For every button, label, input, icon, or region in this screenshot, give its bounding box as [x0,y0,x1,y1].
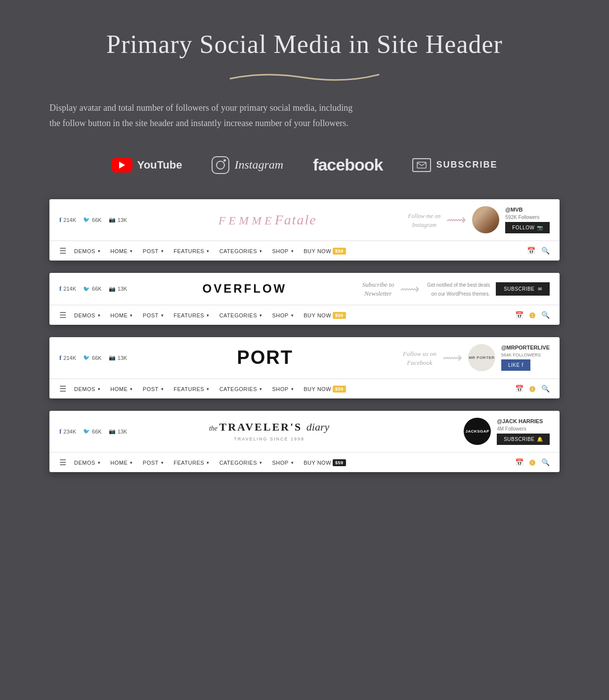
hamburger-icon-port[interactable]: ☰ [59,384,66,394]
page-title: Primary Social Media in Site Header [49,30,560,59]
facebook-label: facebook [313,155,383,175]
nav-features-femme[interactable]: FEATURES [174,248,209,254]
avatar-port: MR PORTER [468,344,495,371]
nav-home-femme[interactable]: HOME [110,248,133,254]
nav-shop-travelers[interactable]: SHOP [272,460,294,466]
social-counts-travelers: f 234K 🐦 66K 📷 13K [59,428,127,436]
nav-post-port[interactable]: POST [143,386,164,392]
demo-femme-fatale: f 214K 🐦 66K 📷 13K FEMMEFatale [49,199,560,261]
instagram-tab[interactable]: Instagram [212,156,283,174]
header-top-overflow: f 214K 🐦 66K 📷 13K OVERFLOW [49,273,560,305]
nav-bar-travelers: ☰ DEMOS HOME POST FEATURES CATEGORIES SH… [49,452,560,472]
logo-port: PORT [127,347,403,368]
nav-demos-travelers[interactable]: DEMOS [74,460,100,466]
calendar-icon-port[interactable]: 📅 [515,385,523,393]
nav-items-femme: DEMOS HOME POST FEATURES CATEGORIES SHOP… [74,248,527,255]
nav-buynow-overflow[interactable]: BUY NOW $59 [304,312,346,319]
logo-travelers: the TRAVELER'S diary TRAVELING SINCE 199… [127,421,411,442]
search-icon-femme[interactable]: 🔍 [541,247,550,255]
nav-items-overflow: DEMOS HOME POST FEATURES CATEGORIES SHOP… [74,312,515,319]
nav-demos-overflow[interactable]: DEMOS [74,312,100,318]
header-top-travelers: f 234K 🐦 66K 📷 13K the TRAVELER'S diary [49,411,560,452]
calendar-icon-overflow[interactable]: 📅 [515,311,523,319]
nav-right-icons-femme: 📅 🔍 [527,247,550,255]
nav-items-port: DEMOS HOME POST FEATURES CATEGORIES SHOP… [74,386,515,393]
nav-home-travelers[interactable]: HOME [110,460,133,466]
demo-travelers: f 234K 🐦 66K 📷 13K the TRAVELER'S diary [49,411,560,472]
nav-demos-femme[interactable]: DEMOS [74,248,100,254]
ig-count-port: 📷 13K [109,354,128,361]
nav-features-port[interactable]: FEATURES [174,386,209,392]
instagram-label: Instagram [234,158,283,172]
nav-features-travelers[interactable]: FEATURES [174,460,209,466]
nav-bar-femme: ☰ DEMOS HOME POST FEATURES CATEGORIES SH… [49,241,560,261]
avatar-travelers: JACKSGAP [464,418,491,445]
hamburger-icon-overflow[interactable]: ☰ [59,310,66,320]
ig-count-travelers: 📷 13K [109,428,128,435]
nav-categories-overflow[interactable]: CATEGORIES [219,312,262,318]
logo-overflow: OVERFLOW [127,282,362,296]
nav-features-overflow[interactable]: FEATURES [174,312,209,318]
fb-count-travelers: f 234K [59,428,76,436]
nav-right-icons-port: 📅 1 🔍 [515,385,550,393]
follow-button-femme[interactable]: FOLLOW 📷 [505,222,550,233]
header-top-port: f 214K 🐦 66K 📷 13K PORT [49,337,560,379]
notification-badge-port: 1 [529,386,536,392]
like-button-port[interactable]: LIKE f [501,359,530,371]
fb-count-overflow: f 214K [59,285,76,293]
calendar-icon-femme[interactable]: 📅 [527,247,535,255]
nav-post-femme[interactable]: POST [143,248,164,254]
nav-shop-overflow[interactable]: SHOP [272,312,294,318]
arrow-icon-overflow: ⟿ [400,281,420,297]
nav-categories-travelers[interactable]: CATEGORIES [219,460,262,466]
tw-count-travelers: 🐦 66K [83,428,102,435]
search-icon-travelers[interactable]: 🔍 [541,458,550,467]
calendar-icon-travelers[interactable]: 📅 [515,458,523,467]
notification-badge-travelers: 1 [529,460,536,466]
nav-right-icons-travelers: 📅 1 🔍 [515,458,550,467]
nav-buynow-travelers[interactable]: BUY NOW $59 [304,459,346,466]
follow-block-travelers: @JACK HARRIES 4M Followers SUBSCRIBE 🔔 [497,418,550,445]
nav-post-overflow[interactable]: POST [143,312,164,318]
subscribe-button-travelers[interactable]: SUBSCRIBE 🔔 [497,434,550,445]
follow-block-femme: @MVB 592K Followers FOLLOW 📷 [505,207,550,233]
hamburger-icon-femme[interactable]: ☰ [59,246,66,256]
demo-port: f 214K 🐦 66K 📷 13K PORT [49,337,560,398]
widget-cta-femme: Follow me on Instagram [408,211,440,229]
nav-right-icons-overflow: 📅 1 🔍 [515,311,550,319]
arrow-icon-port: ⟿ [442,350,462,366]
arrow-icon-femme: ⟿ [446,212,466,228]
tw-count-overflow: 🐦 66K [83,286,102,292]
social-counts-port: f 214K 🐦 66K 📷 13K [59,354,127,362]
subscribe-button-overflow[interactable]: SUBSCRIBE ✉ [496,282,550,296]
nav-shop-femme[interactable]: SHOP [272,248,294,254]
notification-badge-overflow: 1 [529,312,536,318]
nav-buynow-femme[interactable]: BUY NOW $59 [304,248,346,255]
facebook-widget-port: Follow us on Facebook ⟿ MR PORTER @MRPOR… [403,344,550,371]
subscribe-widget-travelers: JACKSGAP @JACK HARRIES 4M Followers SUBS… [411,418,550,445]
facebook-tab[interactable]: facebook [313,155,383,175]
nav-categories-port[interactable]: CATEGORIES [219,386,262,392]
avatar-femme [472,206,499,233]
nav-buynow-port[interactable]: BUY NOW $59 [304,386,346,393]
nav-items-travelers: DEMOS HOME POST FEATURES CATEGORIES SHOP… [74,459,515,466]
svg-rect-0 [417,162,426,168]
nav-home-overflow[interactable]: HOME [110,312,133,318]
youtube-icon [112,158,132,173]
nav-home-port[interactable]: HOME [110,386,133,392]
fb-count: f 214K [59,216,76,224]
decorative-divider [49,69,560,86]
nav-demos-port[interactable]: DEMOS [74,386,100,392]
search-icon-port[interactable]: 🔍 [541,385,550,393]
nav-categories-femme[interactable]: CATEGORIES [219,248,262,254]
logo-femme: FEMMEFatale [127,212,408,228]
nav-post-travelers[interactable]: POST [143,460,164,466]
search-icon-overflow[interactable]: 🔍 [541,311,550,319]
subscribe-tab[interactable]: SUBSCRIBE [412,158,497,172]
follow-block-port: @MRPORTERLIVE 564K FOLLOWERS LIKE f [501,345,550,371]
youtube-tab[interactable]: YouTube [112,158,182,173]
nav-bar-port: ☰ DEMOS HOME POST FEATURES CATEGORIES SH… [49,379,560,398]
nav-shop-port[interactable]: SHOP [272,386,294,392]
social-counts-femme: f 214K 🐦 66K 📷 13K [59,216,127,224]
hamburger-icon-travelers[interactable]: ☰ [59,458,66,467]
